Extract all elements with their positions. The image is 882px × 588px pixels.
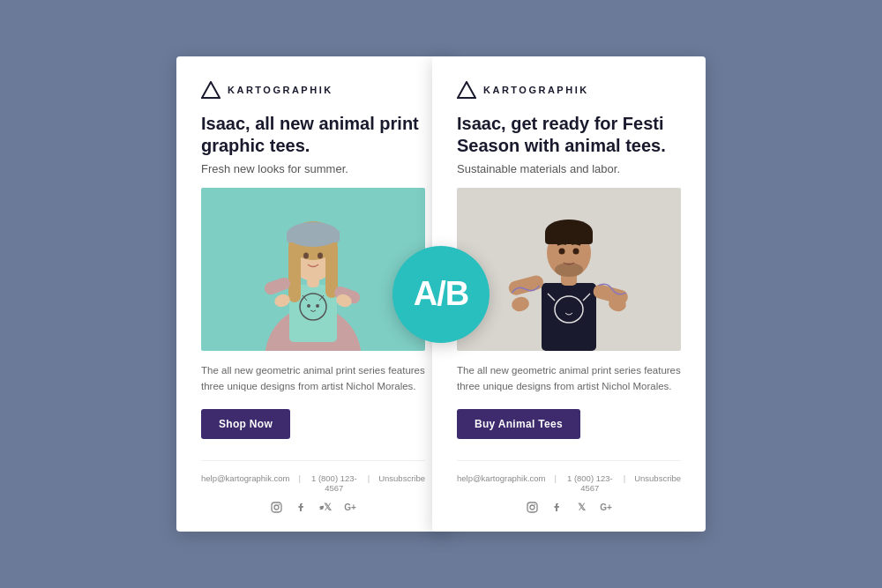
logo-row-b: KARTOGRAPHIK (457, 81, 681, 99)
ab-badge-text: A/B (414, 275, 468, 313)
footer-a: help@kartographik.com | 1 (800) 123-4567… (201, 460, 425, 514)
footer-phone-a: 1 (800) 123-4567 (310, 473, 359, 493)
svg-point-15 (303, 253, 309, 259)
cta-button-b[interactable]: Buy Animal Tees (457, 409, 580, 439)
footer-unsubscribe-b[interactable]: Unsubscribe (634, 473, 681, 493)
svg-point-23 (278, 504, 280, 506)
footer-unsubscribe-a[interactable]: Unsubscribe (378, 473, 425, 493)
cta-button-a[interactable]: Shop Now (201, 409, 290, 439)
figure-svg-a (201, 188, 425, 351)
twitter-icon-a[interactable]: 𝕏 (319, 502, 332, 514)
facebook-icon-a[interactable] (295, 502, 307, 514)
svg-point-6 (307, 304, 310, 308)
svg-rect-42 (527, 502, 537, 512)
ab-badge: A/B (392, 246, 490, 343)
svg-point-16 (318, 253, 323, 259)
body-text-b: The all new geometric animal print serie… (457, 363, 681, 395)
footer-email-a: help@kartographik.com (201, 473, 289, 493)
logo-text-b: KARTOGRAPHIK (483, 85, 589, 95)
instagram-icon-b[interactable] (526, 502, 538, 514)
logo-icon-a (201, 81, 220, 99)
footer-email-b: help@kartographik.com (457, 473, 545, 493)
gplus-icon-a[interactable]: G+ (344, 502, 356, 514)
footer-links-b: help@kartographik.com | 1 (800) 123-4567… (457, 473, 681, 493)
image-a (201, 188, 425, 351)
svg-point-7 (316, 304, 319, 308)
svg-rect-14 (287, 230, 340, 242)
svg-point-36 (559, 249, 565, 255)
svg-rect-11 (288, 241, 301, 302)
social-icons-b: 𝕏 G+ (457, 502, 681, 514)
svg-point-40 (510, 295, 530, 314)
gplus-icon-b[interactable]: G+ (600, 502, 612, 514)
svg-marker-24 (458, 82, 475, 98)
svg-marker-0 (202, 82, 220, 98)
headline-a: Isaac, all new animal print graphic tees… (201, 113, 425, 157)
facebook-icon-b[interactable] (550, 502, 563, 514)
figure-svg-b (457, 188, 681, 351)
footer-b: help@kartographik.com | 1 (800) 123-4567… (457, 460, 681, 514)
logo-icon-b (457, 81, 476, 99)
social-icons-a: 𝕏 G+ (201, 502, 425, 514)
svg-rect-21 (272, 502, 281, 512)
subheadline-b: Sustainable materials and labor. (457, 162, 681, 175)
image-b (457, 188, 681, 351)
logo-text-a: KARTOGRAPHIK (228, 85, 333, 95)
headline-b: Isaac, get ready for Festi Season with a… (457, 113, 681, 157)
svg-rect-34 (545, 230, 593, 244)
svg-point-43 (530, 505, 534, 510)
subheadline-a: Fresh new looks for summer. (201, 162, 425, 175)
body-text-a: The all new geometric animal print serie… (201, 363, 425, 395)
svg-rect-38 (507, 274, 545, 297)
svg-point-37 (573, 249, 579, 255)
svg-rect-25 (542, 283, 596, 351)
logo-row-a: KARTOGRAPHIK (201, 81, 425, 99)
svg-point-44 (534, 504, 535, 506)
footer-phone-b: 1 (800) 123-4567 (565, 473, 615, 493)
svg-point-22 (274, 505, 279, 510)
footer-links-a: help@kartographik.com | 1 (800) 123-4567… (201, 473, 425, 493)
instagram-icon-a[interactable] (270, 502, 282, 514)
twitter-icon-b[interactable]: 𝕏 (575, 502, 587, 514)
svg-rect-17 (263, 276, 292, 296)
ab-test-container: KARTOGRAPHIK Isaac, all new animal print… (176, 56, 706, 532)
